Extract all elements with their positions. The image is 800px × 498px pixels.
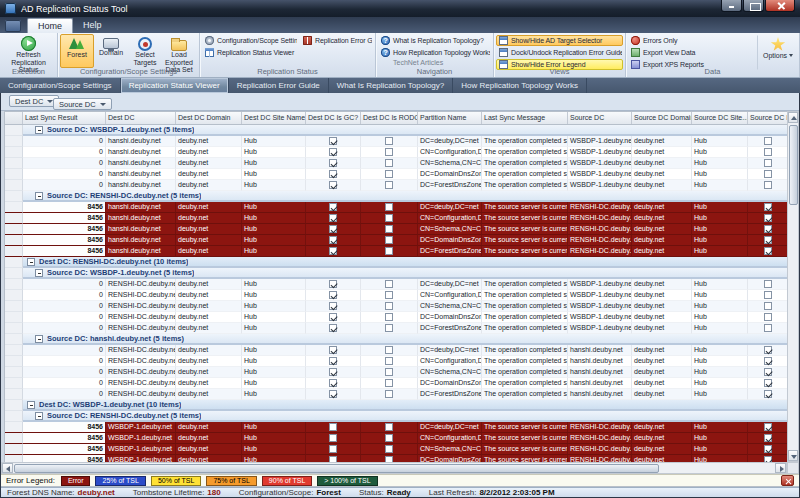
column-header-source-dc-domain[interactable]: Source DC Domain [632, 112, 692, 124]
errors-only-toggle[interactable]: Errors Only [628, 35, 755, 46]
collapse-icon[interactable] [35, 126, 43, 134]
grid-row[interactable]: 8456hanshi.deuby.netdeuby.netHubDC=Domai… [5, 235, 788, 246]
maximize-button[interactable] [743, 0, 764, 12]
column-header-source-dc[interactable]: Source DC [568, 112, 632, 124]
collapse-icon[interactable] [35, 269, 43, 277]
collapse-icon[interactable] [27, 258, 35, 266]
column-header-dest-dc-domain[interactable]: Dest DC Domain [176, 112, 242, 124]
subgroup-header-row[interactable]: Source DC: WSBDP-1.deuby.net (5 items) [5, 125, 788, 136]
grid-row[interactable]: 0RENSHI-DC.deuby.netdeuby.netHubDC=Domai… [5, 312, 788, 323]
cell-src_gc [748, 312, 788, 323]
grid-row[interactable]: 8456WSBDP-1.deuby.netdeuby.netHubCN=Conf… [5, 433, 788, 444]
view-tab-configuration-scope-settings[interactable]: Configuration/Scope Settings [0, 78, 121, 93]
grid-row[interactable]: 0RENSHI-DC.deuby.netdeuby.netHubCN=Schem… [5, 367, 788, 378]
show-hide-ad-target-selector-toggle[interactable]: Show/Hide AD Target Selector [496, 35, 623, 46]
load-exported-data-set-button[interactable]: Load Exported Data Set [162, 34, 196, 68]
column-header-partition-name[interactable]: Partition Name [418, 112, 482, 124]
window-pane-icon [499, 48, 508, 57]
cell-src_gc [748, 323, 788, 334]
select-targets-button[interactable]: Select Targets [128, 34, 162, 68]
grid-row[interactable]: 0RENSHI-DC.deuby.netdeuby.netHubDC=Fores… [5, 389, 788, 400]
grid-row[interactable]: 8456WSBDP-1.deuby.netdeuby.netHubDC=Doma… [5, 455, 788, 462]
grid-row[interactable]: 0RENSHI-DC.deuby.netdeuby.netHubCN=Confi… [5, 290, 788, 301]
scroll-down-button[interactable] [788, 450, 798, 461]
grid-row[interactable]: 0hanshi.deuby.netdeuby.netHubDC=deuby,DC… [5, 136, 788, 147]
cell-dest_gc [306, 279, 361, 290]
forest-button[interactable]: Forest [60, 34, 94, 68]
scroll-left-button[interactable] [2, 463, 13, 473]
vertical-scroll-thumb[interactable] [789, 125, 798, 205]
collapse-icon[interactable] [35, 192, 43, 200]
replication-status-viewer-button[interactable]: Replication Status Viewer [202, 47, 298, 58]
options-button[interactable]: Options [757, 35, 795, 70]
column-header-last-sync-message[interactable]: Last Sync Message [482, 112, 568, 124]
grid-row[interactable]: 8456hanshi.deuby.netdeuby.netHubCN=Confi… [5, 213, 788, 224]
replication-error-guide-button[interactable]: Replication Error Guide [300, 35, 373, 46]
view-tab-replication-status-viewer[interactable]: Replication Status Viewer [121, 78, 229, 93]
collapse-icon[interactable] [27, 401, 35, 409]
dock-undock-replication-error-guide-toggle[interactable]: Dock/Undock Replication Error Guide [496, 47, 623, 58]
column-header-source-dc-is-g[interactable]: Source DC Is G... [748, 112, 789, 124]
horizontal-scrollbar[interactable] [1, 462, 787, 474]
grid-row[interactable]: 0RENSHI-DC.deuby.netdeuby.netHubDC=Fores… [5, 323, 788, 334]
view-tab-what-is-replication-topology[interactable]: What Is Replication Topology? [329, 78, 453, 93]
column-header-dest-dc-is-rodc[interactable]: Dest DC Is RODC? [361, 112, 418, 124]
grid-row[interactable]: 8456WSBDP-1.deuby.netdeuby.netHubDC=deub… [5, 422, 788, 433]
grid-row[interactable]: 0RENSHI-DC.deuby.netdeuby.netHubCN=Schem… [5, 301, 788, 312]
subgroup-header-row[interactable]: Source DC: WSBDP-1.deuby.net (5 items) [5, 268, 788, 279]
grid-row[interactable]: 8456hanshi.deuby.netdeuby.netHubDC=Fores… [5, 246, 788, 257]
what-is-replication-topology-link[interactable]: What is Replication Topology? [378, 35, 491, 46]
legend-close-button[interactable] [781, 475, 794, 486]
grid-row[interactable]: 0RENSHI-DC.deuby.netdeuby.netHubDC=Domai… [5, 378, 788, 389]
application-menu-button[interactable] [5, 20, 21, 32]
cell-result: 8456 [23, 224, 106, 235]
error-legend-bar: Error Legend: Error25% of TSL50% of TSL7… [1, 474, 799, 487]
grid-row[interactable]: 0hanshi.deuby.netdeuby.netHubDC=ForestDn… [5, 180, 788, 191]
grid-row[interactable]: 8456WSBDP-1.deuby.netdeuby.netHubCN=Sche… [5, 444, 788, 455]
subgroup-header-row[interactable]: Source DC: hanshi.deuby.net (5 items) [5, 334, 788, 345]
how-replication-topology-works-link[interactable]: How Replication Topology Works [378, 47, 491, 58]
group-by-chip-dest-dc[interactable]: Dest DC [9, 95, 59, 107]
collapse-icon[interactable] [35, 335, 43, 343]
export-view-data-button[interactable]: Export View Data [628, 47, 755, 58]
cell-result: 8456 [23, 422, 106, 433]
cell-dest_rodc [361, 158, 418, 169]
group-label-execution: Execution [0, 67, 57, 76]
collapse-icon[interactable] [35, 412, 43, 420]
grid-row[interactable]: 8456hanshi.deuby.netdeuby.netHubDC=deuby… [5, 202, 788, 213]
grid-row[interactable]: 0RENSHI-DC.deuby.netdeuby.netHubDC=deuby… [5, 345, 788, 356]
group-header-row[interactable]: Dest DC: RENSHI-DC.deuby.net (10 items) [5, 257, 788, 268]
scroll-right-button[interactable] [775, 463, 786, 473]
grid-row[interactable]: 0RENSHI-DC.deuby.netdeuby.netHubCN=Confi… [5, 356, 788, 367]
ribbon-tab-home[interactable]: Home [27, 18, 73, 33]
grid-row[interactable]: 0hanshi.deuby.netdeuby.netHubCN=Configur… [5, 147, 788, 158]
cell-dest_rodc [361, 389, 418, 400]
vertical-scrollbar[interactable] [787, 111, 799, 462]
cell-msg: The source server is currently rejecting… [482, 246, 568, 257]
horizontal-scroll-thumb[interactable] [14, 464, 659, 473]
play-icon [21, 36, 36, 51]
view-tab-how-replication-topology-works[interactable]: How Replication Topology Works [453, 78, 587, 93]
column-header-source-dc-site[interactable]: Source DC Site... [692, 112, 748, 124]
group-header-row[interactable]: Dest DC: WSBDP-1.deuby.net (10 items) [5, 400, 788, 411]
cell-dest: WSBDP-1.deuby.net [106, 444, 176, 455]
configuration-scope-settings-button[interactable]: Configuration/Scope Settings [202, 35, 298, 46]
question-icon [381, 36, 390, 45]
grid-row[interactable]: 0RENSHI-DC.deuby.netdeuby.netHubDC=deuby… [5, 279, 788, 290]
column-header-dest-dc-is-gc[interactable]: Dest DC Is GC? [306, 112, 361, 124]
subgroup-header-row[interactable]: Source DC: RENSHI-DC.deuby.net (5 items) [5, 191, 788, 202]
column-header-dest-dc[interactable]: Dest DC [106, 112, 176, 124]
domain-button[interactable]: Domain [94, 34, 128, 68]
view-tab-replication-error-guide[interactable]: Replication Error Guide [229, 78, 329, 93]
grid-row[interactable]: 8456hanshi.deuby.netdeuby.netHubCN=Schem… [5, 224, 788, 235]
grid-row[interactable]: 0hanshi.deuby.netdeuby.netHubCN=Schema,C… [5, 158, 788, 169]
grid-row[interactable]: 0hanshi.deuby.netdeuby.netHubDC=DomainDn… [5, 169, 788, 180]
column-header-last-sync-result[interactable]: Last Sync Result [23, 112, 106, 124]
subgroup-header-row[interactable]: Source DC: RENSHI-DC.deuby.net (5 items) [5, 411, 788, 422]
ribbon-tab-help[interactable]: Help [73, 18, 112, 33]
minimize-button[interactable] [721, 0, 742, 12]
scroll-up-button[interactable] [788, 112, 798, 123]
column-header-dest-dc-site-name[interactable]: Dest DC Site Name [242, 112, 306, 124]
group-by-chip-source-dc[interactable]: Source DC [53, 98, 112, 110]
close-button[interactable] [765, 0, 795, 12]
